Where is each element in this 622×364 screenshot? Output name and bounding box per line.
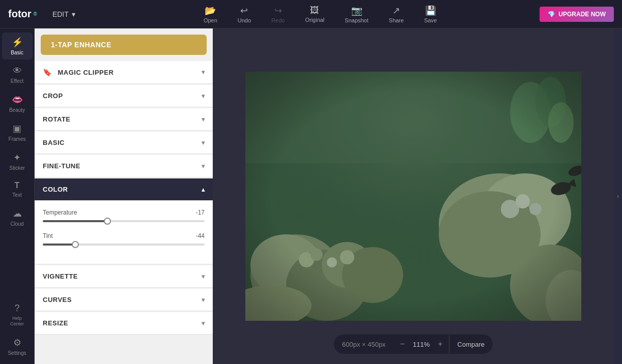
rotate-header[interactable]: ROTATE ▾ <box>35 108 213 130</box>
main-layout: ⚡ Basic 👁 Effect 👄 Beauty ▣ Frames ✦ Sti… <box>0 28 622 364</box>
temperature-thumb[interactable] <box>104 218 111 225</box>
text-icon: T <box>15 181 20 190</box>
beauty-icon: 👄 <box>12 94 23 105</box>
accordion-vignette: VIGNETTE ▾ <box>35 265 213 288</box>
sidebar-item-help[interactable]: ? Help Center <box>2 299 33 331</box>
one-tap-enhance-button[interactable]: 1-TAP ENHANCE <box>41 35 207 55</box>
tint-thumb[interactable] <box>72 241 79 248</box>
open-button[interactable]: 📂 Open <box>200 3 221 25</box>
sidebar-item-frames[interactable]: ▣ Frames <box>2 119 33 146</box>
effect-icon: 👁 <box>13 66 22 76</box>
accordion-crop: CROP ▾ <box>35 85 213 107</box>
image-dimensions: 600px × 450px <box>334 336 394 353</box>
tint-track <box>43 244 205 246</box>
fine-tune-chevron-icon: ▾ <box>202 163 205 170</box>
redo-label: Redo <box>271 17 285 23</box>
sidebar-bottom: ? Help Center ⚙ Settings <box>2 299 33 360</box>
undo-button[interactable]: ↩ Undo <box>234 3 255 25</box>
reef-image <box>245 72 581 321</box>
color-label: COLOR <box>43 186 68 193</box>
crop-chevron-icon: ▾ <box>202 93 205 100</box>
share-icon: ↗ <box>392 5 400 16</box>
sidebar-item-label-text: Text <box>12 192 21 198</box>
sidebar-item-cloud[interactable]: ☁ Cloud <box>2 204 33 231</box>
redo-button[interactable]: ↪ Redo <box>267 3 289 25</box>
compare-button[interactable]: Compare <box>449 336 493 353</box>
sidebar-item-settings[interactable]: ⚙ Settings <box>2 333 33 360</box>
bottom-bar: 600px × 450px − 111% + Compare <box>334 335 493 354</box>
accordion-rotate: ROTATE ▾ <box>35 108 213 131</box>
logo: fotor® <box>8 8 37 20</box>
compare-label: Compare <box>458 341 485 348</box>
save-button[interactable]: 💾 Save <box>420 3 441 25</box>
magic-clipper-header[interactable]: 🔖 MAGIC CLIPPER ▾ <box>35 61 213 83</box>
sidebar-item-label-effect: Effect <box>11 78 23 84</box>
zoom-in-button[interactable]: + <box>432 335 448 354</box>
undo-label: Undo <box>238 17 251 23</box>
share-label: Share <box>389 17 404 23</box>
main-image <box>245 72 581 321</box>
redo-icon: ↪ <box>274 5 282 16</box>
right-panel-handle[interactable]: › <box>614 28 622 364</box>
temperature-slider-row: Temperature -17 <box>43 209 205 222</box>
logo-text: fotor <box>8 8 32 20</box>
magic-clipper-chevron-icon: ▾ <box>202 69 205 76</box>
snapshot-label: Snapshot <box>345 17 368 23</box>
fine-tune-header[interactable]: FINE-TUNE ▾ <box>35 155 213 177</box>
logo-superscript: ® <box>34 11 37 17</box>
tint-fill <box>43 244 75 246</box>
sidebar-item-text[interactable]: T Text <box>2 177 33 202</box>
edit-label: EDIT <box>52 10 69 18</box>
canvas-area: 600px × 450px − 111% + Compare <box>213 28 614 364</box>
bookmark-icon: 🔖 <box>43 68 52 76</box>
snapshot-button[interactable]: 📷 Snapshot <box>341 3 372 25</box>
help-icon: ? <box>14 303 19 314</box>
snapshot-icon: 📷 <box>351 5 362 16</box>
accordion-basic: BASIC ▾ <box>35 132 213 154</box>
sidebar-item-beauty[interactable]: 👄 Beauty <box>2 90 33 117</box>
open-label: Open <box>204 17 217 23</box>
zoom-out-button[interactable]: − <box>394 335 411 354</box>
temperature-track <box>43 220 205 222</box>
accordion-fine-tune: FINE-TUNE ▾ <box>35 155 213 177</box>
tint-label-row: Tint -44 <box>43 232 205 239</box>
tint-slider-row: Tint -44 <box>43 232 205 246</box>
temperature-value: -17 <box>196 209 205 216</box>
curves-header[interactable]: CURVES ▾ <box>35 289 213 311</box>
sidebar-item-label-sticker: Sticker <box>9 165 25 171</box>
basic-adj-header[interactable]: BASIC ▾ <box>35 132 213 154</box>
crop-header[interactable]: CROP ▾ <box>35 85 213 107</box>
basic-adj-label: BASIC <box>43 139 65 146</box>
temperature-fill <box>43 220 107 222</box>
sidebar-item-basic[interactable]: ⚡ Basic <box>2 33 33 59</box>
sidebar-item-sticker[interactable]: ✦ Sticker <box>2 148 33 175</box>
vignette-label: VIGNETTE <box>43 272 78 280</box>
accordion-magic-clipper: 🔖 MAGIC CLIPPER ▾ <box>35 61 213 84</box>
topbar: fotor® EDIT ▾ 📂 Open ↩ Undo ↪ Redo 🖼 Ori… <box>0 0 622 28</box>
edit-chevron-icon: ▾ <box>72 10 75 18</box>
resize-header[interactable]: RESIZE ▾ <box>35 312 213 334</box>
enhance-label: 1-TAP ENHANCE <box>51 41 111 49</box>
original-button[interactable]: 🖼 Original <box>301 3 328 25</box>
curves-label: CURVES <box>43 296 72 304</box>
topbar-tools: 📂 Open ↩ Undo ↪ Redo 🖼 Original 📷 Snapsh… <box>101 3 540 25</box>
sidebar-item-label-beauty: Beauty <box>9 107 25 113</box>
upgrade-button[interactable]: 💎 UPGRADE NOW <box>540 7 614 22</box>
save-label: Save <box>424 17 437 23</box>
sidebar-item-effect[interactable]: 👁 Effect <box>2 62 33 88</box>
vignette-header[interactable]: VIGNETTE ▾ <box>35 265 213 287</box>
vignette-chevron-icon: ▾ <box>202 273 205 280</box>
svg-rect-30 <box>245 72 581 321</box>
temperature-label: Temperature <box>43 209 77 216</box>
color-header[interactable]: COLOR ▴ <box>35 178 213 200</box>
share-button[interactable]: ↗ Share <box>385 3 408 25</box>
sidebar-item-label-settings: Settings <box>8 350 26 356</box>
curves-chevron-icon: ▾ <box>202 296 205 304</box>
sidebar-item-label-help: Help Center <box>5 316 30 327</box>
resize-label: RESIZE <box>43 319 68 327</box>
edit-button[interactable]: EDIT ▾ <box>47 7 80 21</box>
open-icon: 📂 <box>205 5 216 16</box>
sidebar-item-label-cloud: Cloud <box>10 221 23 227</box>
fine-tune-label: FINE-TUNE <box>43 162 80 170</box>
zoom-level: 111% <box>411 341 432 348</box>
